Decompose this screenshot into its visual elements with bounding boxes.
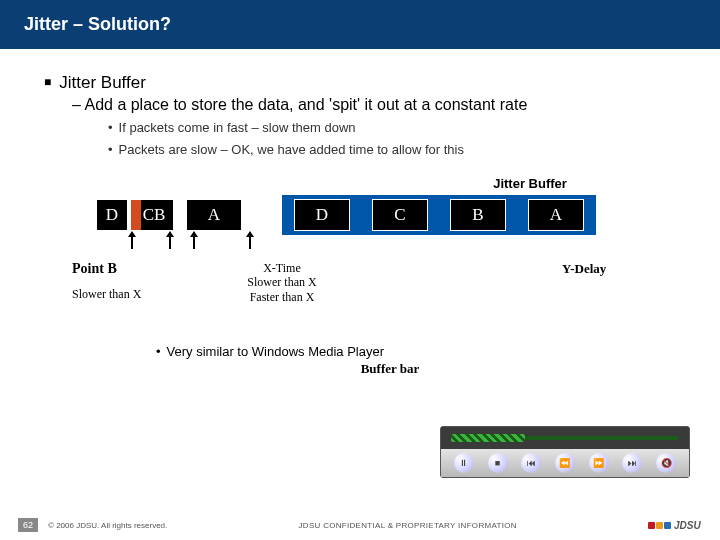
copyright: © 2006 JDSU. All rights reserved. [48,521,167,530]
stop-button[interactable]: ■ [488,453,508,473]
packet-b-right: B [450,199,506,231]
arrow-icon [193,235,195,249]
bullet-main: ■Jitter Buffer [44,73,684,93]
packet-d-right: D [294,199,350,231]
dot-icon: • [108,120,113,135]
logo-text: JDSU [674,520,701,531]
slide-title: Jitter – Solution? [24,14,171,34]
label-col-mid: X-Time Slower than X Faster than X [202,261,362,304]
bullet-square-icon: ■ [44,75,51,89]
confidential-text: JDSU CONFIDENTIAL & PROPRIETARY INFORMAT… [167,521,648,530]
label-slower2: Slower than X [202,275,362,289]
sub-bullet: – Add a place to store the data, and 'sp… [72,95,684,115]
page-number: 62 [18,518,38,532]
next-button[interactable]: ⏭ [622,453,642,473]
packet-a-left: A [186,199,242,231]
label-ydelay: Y-Delay [562,261,606,304]
player-controls: ⏸ ■ ⏮ ⏪ ⏩ ⏭ 🔇 [441,449,689,477]
packet-a-right: A [528,199,584,231]
player-progress-track[interactable] [441,427,689,449]
label-faster: Faster than X [202,290,362,304]
labels-row: Point B Slower than X X-Time Slower than… [72,261,684,304]
prev-button[interactable]: ⏮ [521,453,541,473]
arrow-icon [169,235,171,249]
label-xtime: X-Time [202,261,362,275]
logo-red-icon [648,522,655,529]
pause-button[interactable]: ⏸ [454,453,474,473]
buffer-bar-label: Buffer bar [96,361,684,377]
packet-cb-left: CB [134,199,174,231]
sub-sub-1: •If packets come in fast – slow them dow… [108,119,684,137]
slide-footer: 62 © 2006 JDSU. All rights reserved. JDS… [0,516,720,534]
label-point-b: Point B [72,261,202,277]
arrow-row [131,235,684,249]
rewind-button[interactable]: ⏪ [555,453,575,473]
dot-icon: • [108,142,113,157]
logo-orange-icon [656,522,663,529]
logo-blue-icon [664,522,671,529]
label-col-left: Point B Slower than X [72,261,202,304]
jdsu-logo: JDSU [648,516,702,534]
slide-content: ■Jitter Buffer – Add a place to store th… [0,49,720,377]
dot-icon: • [156,344,161,359]
arrow-icon [249,235,251,249]
jitter-buffer-box: D C B A [282,195,596,235]
packet-c-right: C [372,199,428,231]
label-slower: Slower than X [72,287,202,302]
slide-header: Jitter – Solution? [0,0,720,49]
packet-d-left: D [96,199,128,231]
arrow-icon [131,235,133,249]
bullet-main-text: Jitter Buffer [59,73,146,92]
buffer-bar [451,434,525,442]
media-player: ⏸ ■ ⏮ ⏪ ⏩ ⏭ 🔇 [440,426,690,478]
forward-button[interactable]: ⏩ [589,453,609,473]
mute-button[interactable]: 🔇 [656,453,676,473]
sub-sub-2: •Packets are slow – OK, we have added ti… [108,141,684,159]
similar-bullet: •Very similar to Windows Media Player [156,344,684,359]
packet-row: D CB A D C B A [96,195,684,235]
jitter-buffer-label: Jitter Buffer [36,176,684,191]
